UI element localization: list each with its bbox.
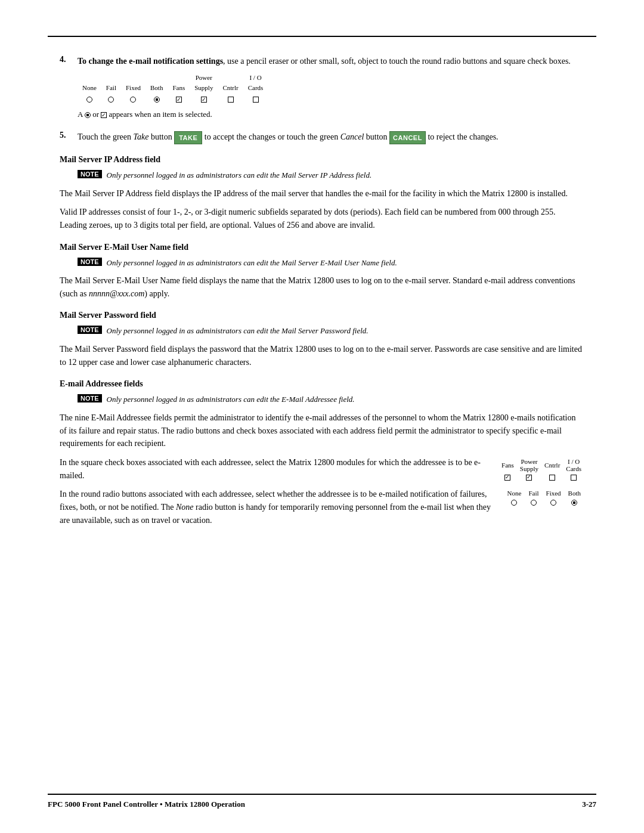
mail-server-email-heading: Mail Server E-Mail User Name field <box>60 243 584 252</box>
email-addressee-body3-container: None Fail Fixed Both In the round radio … <box>60 488 584 532</box>
footer-left-text: FPC 5000 Front Panel Controller • Matrix… <box>48 800 245 809</box>
content: 4. To change the e-mail notification set… <box>48 55 596 532</box>
note-text-ip: Only personnel logged in as administrato… <box>107 169 584 181</box>
col-both-inline: Both <box>565 489 584 497</box>
item-4-text: To change the e-mail notification settin… <box>78 55 584 122</box>
note-label-email: NOTE <box>78 258 102 266</box>
item-5-number: 5. <box>60 131 78 144</box>
note-text-email: Only personnel logged in as administrato… <box>107 257 584 269</box>
mail-server-password-body1: The Mail Server Password field displays … <box>60 343 584 368</box>
cell-none <box>78 94 101 105</box>
email-address-example: nnnnn@xxx.com <box>89 289 144 298</box>
cancel-button[interactable]: CANCEL <box>389 131 426 145</box>
radio-none-inline <box>511 500 517 506</box>
email-body-end: ) apply. <box>144 289 169 298</box>
symbol-line: A or appears when an item is selected. <box>78 109 584 120</box>
cell-both-inline <box>565 497 584 506</box>
checkbox-power <box>201 97 207 103</box>
radio-checkbox-table: None Fail Fixed Both Fans PowerSupply Cn… <box>78 72 268 105</box>
checkbox-fans <box>176 97 182 103</box>
radio-none <box>86 97 92 103</box>
col-fail: Fail <box>101 72 121 94</box>
cell-fans-inline <box>499 473 517 481</box>
cell-fixed-inline <box>543 497 565 506</box>
mail-server-ip-body2: Valid IP addresses consist of four 1-, 2… <box>60 206 584 231</box>
checkbox-cntrlr-inline <box>549 475 555 481</box>
cell-fail-inline <box>525 497 542 506</box>
email-addressee-heading: E-mail Addressee fields <box>60 379 584 389</box>
radio-fixed-inline <box>550 500 556 506</box>
note-text-password: Only personnel logged in as administrato… <box>107 325 584 337</box>
checkbox-table-row <box>499 473 584 481</box>
checkbox-cntrlr <box>228 97 234 103</box>
cell-fail <box>101 94 121 105</box>
note-text-addressee: Only personnel logged in as administrato… <box>107 394 584 405</box>
col-both: Both <box>145 72 168 94</box>
cancel-italic: Cancel <box>340 132 364 141</box>
cell-fans <box>168 94 190 105</box>
cell-io <box>243 94 268 105</box>
item-4-rest: , use a pencil eraser or other small, so… <box>223 57 571 66</box>
mail-server-ip-body1: The Mail Server IP Address field display… <box>60 187 584 200</box>
checkbox-io-inline <box>571 475 577 481</box>
col-none-inline: None <box>504 489 525 497</box>
item-4: 4. To change the e-mail notification set… <box>60 55 584 122</box>
col-none: None <box>78 72 101 94</box>
footer-page-number: 3-27 <box>582 800 596 809</box>
checkbox-power-inline <box>526 475 532 481</box>
mail-server-ip-note: NOTE Only personnel logged in as adminis… <box>78 169 584 181</box>
col-fixed-inline: Fixed <box>543 489 565 497</box>
mail-server-ip-heading: Mail Server IP Address field <box>60 155 584 165</box>
col-cntrlr-inline: Cntrlr <box>541 457 563 473</box>
col-power: PowerSupply <box>190 72 218 94</box>
note-label-password: NOTE <box>78 326 102 334</box>
cell-io-inline <box>563 473 584 481</box>
item-4-number: 4. <box>60 55 78 122</box>
take-button[interactable]: TAKE <box>174 131 202 145</box>
item-5-text: Touch the green Take button TAKE to acce… <box>78 131 584 144</box>
col-fans: Fans <box>168 72 190 94</box>
note-label-ip: NOTE <box>78 170 102 178</box>
cell-fixed <box>121 94 145 105</box>
mail-server-email-body1: The Mail Server E-Mail User Name field d… <box>60 274 584 300</box>
radio-both-filled <box>154 97 160 103</box>
cell-power-inline <box>517 473 541 481</box>
col-cntrlr: Cntrlr <box>218 72 243 94</box>
col-io-inline: I / OCards <box>563 457 584 473</box>
checkbox-checked-symbol <box>101 112 107 118</box>
radio-table-row <box>504 497 584 506</box>
checkbox-inline-table: Fans PowerSupply Cntrlr I / OCards <box>499 457 584 481</box>
radio-fail <box>108 97 114 103</box>
cell-cntrlr-inline <box>541 473 563 481</box>
radio-filled-symbol <box>85 112 91 118</box>
col-power-inline: PowerSupply <box>517 457 541 473</box>
checkbox-io <box>253 97 259 103</box>
inline-table-checkboxes: Fans PowerSupply Cntrlr I / OCards <box>499 457 584 481</box>
top-border <box>48 36 596 37</box>
item-5: 5. Touch the green Take button TAKE to a… <box>60 131 584 144</box>
radio-fixed <box>130 97 136 103</box>
table-header-row: None Fail Fixed Both Fans PowerSupply Cn… <box>78 72 268 94</box>
table-data-row <box>78 94 268 105</box>
take-italic: Take <box>133 132 148 141</box>
radio-inline-table: None Fail Fixed Both <box>504 489 584 506</box>
col-fixed: Fixed <box>121 72 145 94</box>
cell-cntrlr <box>218 94 243 105</box>
cell-none-inline <box>504 497 525 506</box>
item-4-bold: To change the e-mail notification settin… <box>78 57 223 66</box>
col-fans-inline: Fans <box>499 457 517 473</box>
mail-server-email-note: NOTE Only personnel logged in as adminis… <box>78 257 584 269</box>
mail-server-password-note: NOTE Only personnel logged in as adminis… <box>78 325 584 337</box>
item-4-table: None Fail Fixed Both Fans PowerSupply Cn… <box>78 72 584 105</box>
checkbox-fans-inline <box>504 475 510 481</box>
col-fail-inline: Fail <box>525 489 542 497</box>
inline-table-radios: None Fail Fixed Both <box>504 489 584 506</box>
page: 4. To change the e-mail notification set… <box>0 0 644 833</box>
radio-table-header: None Fail Fixed Both <box>504 489 584 497</box>
col-io-cards: I / OCards <box>243 72 268 94</box>
radio-both-inline <box>571 500 577 506</box>
checkbox-table-header: Fans PowerSupply Cntrlr I / OCards <box>499 457 584 473</box>
item-5-touch: Touch the green Take button TAKE to acce… <box>78 132 499 141</box>
email-addressee-body2-container: Fans PowerSupply Cntrlr I / OCards In th… <box>60 456 584 488</box>
cell-power <box>190 94 218 105</box>
